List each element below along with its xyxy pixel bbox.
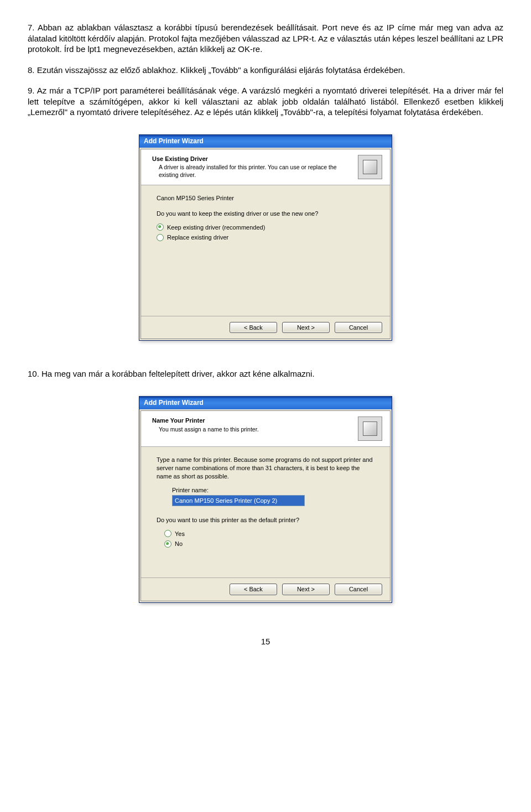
name-instruction: Type a name for this printer. Because so… [157, 456, 374, 481]
list-item-8: 8. Ezután visszajössz az előző ablakhoz.… [28, 65, 503, 76]
printer-icon [358, 155, 382, 179]
default-no-option[interactable]: No [164, 540, 374, 548]
dialog-title: Add Printer Wizard [139, 397, 392, 410]
item-number: 8. [28, 65, 35, 75]
next-button[interactable]: Next > [282, 322, 330, 333]
next-button[interactable]: Next > [282, 584, 330, 595]
printer-name-label: Printer name: [172, 486, 374, 494]
option-label: Replace existing driver [167, 233, 228, 241]
list-item-9: 9. Az már a TCP/IP port paraméterei beál… [28, 85, 503, 118]
add-printer-wizard-dialog-existing-driver: Add Printer Wizard Use Existing Driver A… [139, 134, 392, 341]
item-number: 7. [28, 23, 35, 32]
dialog-title: Add Printer Wizard [139, 135, 392, 148]
item-text: Az már a TCP/IP port paraméterei beállít… [28, 86, 503, 117]
option-label: Yes [175, 530, 185, 538]
back-button[interactable]: < Back [230, 322, 277, 333]
dialog-subheading: A driver is already installed for this p… [152, 164, 351, 179]
keep-driver-option[interactable]: Keep existing driver (recommended) [157, 223, 374, 231]
list-item-7: 7. Abban az ablakban választasz a korább… [28, 22, 503, 55]
list-item-10: 10. Ha meg van már a korábban feltelepít… [28, 368, 503, 379]
dialog-heading: Use Existing Driver [152, 155, 351, 163]
radio-icon [157, 223, 164, 231]
option-label: Keep existing driver (recommended) [167, 223, 265, 231]
page-number: 15 [28, 636, 503, 647]
option-label: No [175, 540, 183, 548]
dialog-subheading: You must assign a name to this printer. [152, 426, 351, 434]
item-text: Abban az ablakban választasz a korábbi t… [28, 23, 503, 54]
item-number: 10. [28, 369, 39, 378]
item-text: Ezután visszajössz az előző ablakhoz. Kl… [37, 65, 405, 75]
back-button[interactable]: < Back [230, 584, 277, 595]
cancel-button[interactable]: Cancel [335, 322, 382, 333]
replace-driver-option[interactable]: Replace existing driver [157, 233, 374, 241]
default-yes-option[interactable]: Yes [164, 530, 374, 538]
item-text: Ha meg van már a korábban feltelepített … [41, 369, 315, 378]
radio-icon [164, 530, 171, 537]
radio-icon [157, 234, 164, 241]
cancel-button[interactable]: Cancel [335, 584, 382, 595]
printer-name-input[interactable]: Canon MP150 Series Printer (Copy 2) [172, 495, 305, 506]
dialog-heading: Name Your Printer [152, 417, 351, 424]
add-printer-wizard-dialog-name-printer: Add Printer Wizard Name Your Printer You… [139, 396, 392, 603]
radio-icon [164, 540, 171, 548]
default-printer-question: Do you want to use this printer as the d… [157, 516, 374, 524]
printer-icon [358, 417, 382, 441]
device-name: Canon MP150 Series Printer [157, 194, 374, 202]
driver-question: Do you want to keep the existing driver … [157, 210, 374, 217]
item-number: 9. [28, 86, 35, 95]
